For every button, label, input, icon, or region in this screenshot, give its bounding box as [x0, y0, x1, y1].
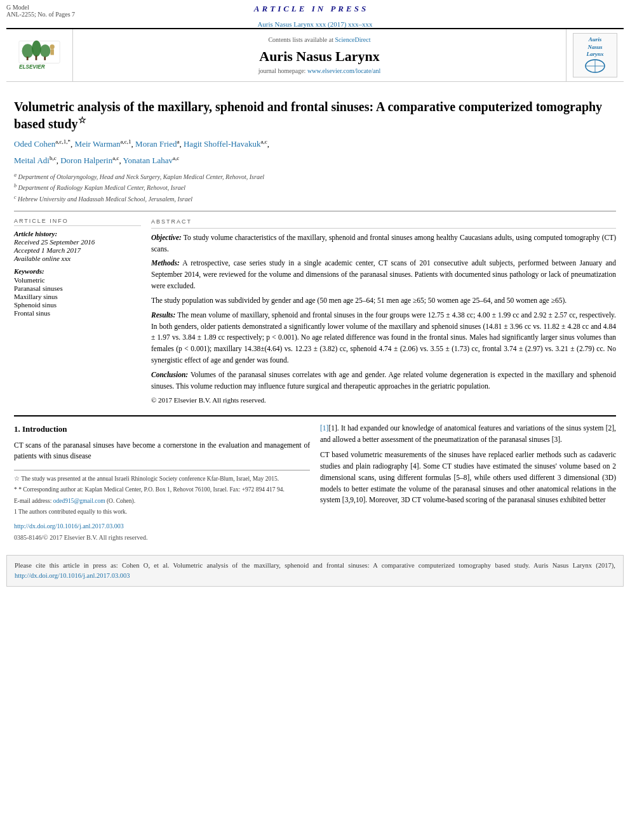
affil-b: b Department of Radiology Kaplan Medical…: [14, 182, 616, 193]
bottom-divider: [14, 415, 616, 417]
svg-point-7: [50, 44, 55, 49]
intro-title: 1. Introduction: [14, 423, 310, 436]
conclusion-text: Volumes of the paranasal sinuses correla…: [151, 371, 616, 390]
methods-text: A retrospective, case series study in a …: [151, 259, 616, 290]
model-info: G Model ANL-2255; No. of Pages 7: [6, 4, 75, 18]
sciencedirect-link[interactable]: ScienceDirect: [335, 36, 370, 43]
doi-area: http://dx.doi.org/10.1016/j.anl.2017.03.…: [14, 521, 310, 531]
available-date: Available online xxx: [14, 255, 141, 262]
elsevier-logo-area: ELSEVIER: [6, 29, 73, 81]
journal-banner: ELSEVIER Contents lists available at Sci…: [6, 28, 624, 82]
contents-line: Contents lists available at ScienceDirec…: [268, 36, 370, 43]
objective-label: Objective:: [151, 234, 182, 241]
kw-volumetric: Volumetric: [14, 276, 141, 284]
citation-box: Please cite this article in press as: Co…: [6, 555, 624, 587]
logo-icon: [582, 58, 608, 74]
logo-line1: Auris: [589, 36, 602, 43]
svg-rect-6: [44, 57, 46, 60]
divider-1: [14, 211, 616, 211]
g-model: G Model: [6, 4, 75, 11]
kw-paranasal: Paranasal sinuses: [14, 284, 141, 292]
abstract-objective: Objective: To study volume characteristi…: [151, 232, 616, 255]
sup-halperin: a,c: [112, 155, 119, 161]
journal-logo-right: Auris Nasus Larynx: [566, 29, 624, 81]
journal-homepage-line: journal homepage: www.elsevier.com/locat…: [258, 67, 381, 74]
affiliations: a Department of Otolaryngology, Head and…: [14, 171, 616, 204]
logo-line3: Larynx: [587, 51, 604, 57]
ref1-link: [1]: [320, 424, 328, 432]
affil-c: c Hebrew University and Hadassah Medical…: [14, 194, 616, 204]
body-content: 1. Introduction CT scans of the paranasa…: [14, 423, 616, 542]
article-info-abstract: ARTICLE INFO Article history: Received 2…: [14, 218, 616, 410]
article-in-press: ARTICLE IN PRESS: [254, 4, 368, 14]
kw-maxillary: Maxillary sinus: [14, 293, 141, 300]
sup-lahav: a,c: [173, 155, 179, 161]
history-title: Article history:: [14, 230, 141, 237]
abstract-header: ABSTRACT: [151, 218, 616, 229]
author-lahav: Yonatan Lahav: [123, 156, 172, 165]
footnote-email-link[interactable]: oded915@gmail.com: [53, 498, 105, 504]
abstract-methods: Methods: A retrospective, case series st…: [151, 258, 616, 291]
intro-para1: CT scans of the paranasal sinuses have b…: [14, 440, 310, 463]
journal-logo-box: Auris Nasus Larynx: [573, 33, 617, 77]
footnote-area: ☆ The study was presented at the annual …: [14, 470, 310, 516]
logo-line2: Nasus: [587, 44, 602, 50]
main-content: Volumetric analysis of the maxillary, sp…: [0, 82, 630, 549]
author-halperin: Doron Halperin: [60, 156, 112, 165]
title-star: ☆: [78, 116, 86, 125]
journal-subtitle: Auris Nasus Larynx xxx (2017) xxx–xxx: [0, 20, 630, 28]
elsevier-logo-svg: ELSEVIER: [14, 38, 65, 73]
svg-rect-5: [36, 55, 37, 60]
author-adi: Meital Adi: [14, 156, 50, 165]
author-shoffel: Hagit Shoffel-Havakuk: [184, 139, 260, 149]
sup-adi: b,c: [50, 155, 57, 161]
footnote-equal: 1 The authors contributed equally to thi…: [14, 507, 310, 516]
citation-doi-link[interactable]: http://dx.doi.org/10.1016/j.anl.2017.03.…: [15, 572, 130, 579]
objective-text: To study volume characteristics of the m…: [151, 234, 616, 253]
footnote-email: E-mail address: oded915@gmail.com (O. Co…: [14, 497, 310, 505]
kw-frontal: Frontal sinus: [14, 309, 141, 317]
keywords-list: Volumetric Paranasal sinuses Maxillary s…: [14, 276, 141, 317]
authors-line1: Oded Cohena,c,1,*, Meir Warmana,c,1, Mor…: [14, 137, 616, 151]
keywords-title: Keywords:: [14, 267, 141, 275]
author-warman: Meir Warman: [75, 139, 121, 149]
top-header: G Model ANL-2255; No. of Pages 7 ARTICLE…: [0, 0, 630, 19]
journal-main-title: Auris Nasus Larynx: [259, 48, 379, 65]
authors-line2: Meital Adib,c, Doron Halperina,c, Yonata…: [14, 154, 616, 168]
results-text: The mean volume of maxillary, sphenoid a…: [151, 311, 616, 364]
svg-rect-4: [27, 57, 29, 60]
methods-label: Methods:: [151, 259, 180, 267]
journal-center-info: Contents lists available at ScienceDirec…: [73, 29, 566, 81]
abstract-col: ABSTRACT Objective: To study volume char…: [151, 218, 616, 410]
abstract-copyright: © 2017 Elsevier B.V. All rights reserved…: [151, 395, 616, 406]
svg-point-1: [22, 44, 34, 58]
affil-a: a Department of Otolaryngology, Head and…: [14, 171, 616, 182]
sup-fried: a: [177, 138, 179, 145]
svg-point-2: [32, 40, 41, 57]
article-info-header: ARTICLE INFO: [14, 218, 141, 226]
results-label: Results:: [151, 311, 175, 319]
sup-warman: a,c,1: [121, 138, 131, 145]
sup-cohen: a,c,1,*: [55, 138, 70, 145]
doi-link[interactable]: http://dx.doi.org/10.1016/j.anl.2017.03.…: [14, 523, 124, 530]
sup-shoffel: a,c: [260, 138, 267, 145]
article-title: Volumetric analysis of the maxillary, sp…: [14, 98, 616, 132]
footnote-corresponding: * * Corresponding author at: Kaplan Medi…: [14, 485, 310, 494]
issn-area: 0385-8146/© 2017 Elsevier B.V. All right…: [14, 533, 310, 543]
journal-homepage-link[interactable]: www.elsevier.com/locate/anl: [307, 67, 380, 74]
abstract-conclusion: Conclusion: Volumes of the paranasal sin…: [151, 370, 616, 392]
footnote-star: ☆ The study was presented at the annual …: [14, 474, 310, 483]
accepted-date: Accepted 1 March 2017: [14, 246, 141, 254]
body-left: 1. Introduction CT scans of the paranasa…: [14, 423, 310, 542]
journal-code: ANL-2255; No. of Pages 7: [6, 11, 75, 18]
conclusion-label: Conclusion:: [151, 371, 188, 378]
svg-text:ELSEVIER: ELSEVIER: [19, 63, 45, 69]
author-cohen: Oded Cohen: [14, 139, 55, 149]
abstract-study-pop: The study population was subdivided by g…: [151, 295, 616, 307]
author-fried: Moran Fried: [135, 139, 177, 149]
kw-sphenoid: Sphenoid sinus: [14, 301, 141, 309]
right-col-para1: [1][1]. It had expanded our knowledge of…: [320, 423, 616, 446]
received-date: Received 25 September 2016: [14, 238, 141, 246]
article-history: Article history: Received 25 September 2…: [14, 230, 141, 262]
keywords-section: Keywords: Volumetric Paranasal sinuses M…: [14, 267, 141, 317]
